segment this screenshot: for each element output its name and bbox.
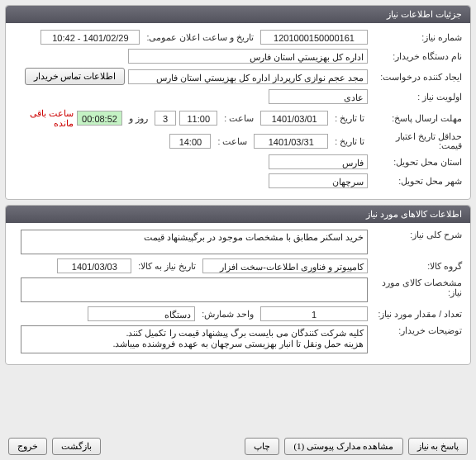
need-date-label: تاریخ نیاز به کالا: bbox=[135, 261, 199, 271]
goods-info-body: شرح کلی نیاز: خرید اسکنر مطابق با مشخصات… bbox=[6, 223, 470, 364]
buyer-org-value: اداره کل بهزيستي استان فارس bbox=[128, 49, 368, 64]
time-label-1: ساعت : bbox=[221, 113, 257, 123]
priority-label: اولویت نیاز : bbox=[371, 92, 462, 102]
group-label: گروه کالا: bbox=[371, 261, 462, 271]
exit-button[interactable]: خروج bbox=[8, 438, 47, 455]
remaining-label: ساعت باقی مانده bbox=[14, 108, 74, 128]
delivery-province-value: فارس bbox=[269, 154, 368, 169]
goods-info-panel: اطلاعات کالاهای مورد نیاز شرح کلی نیاز: … bbox=[5, 205, 471, 365]
need-info-header: جزئیات اطلاعات نیاز bbox=[6, 6, 470, 23]
need-info-body: شماره نیاز: 1201000150000161 تاریخ و ساع… bbox=[6, 23, 470, 199]
qty-label: تعداد / مقدار مورد نیاز: bbox=[371, 309, 462, 319]
buyer-org-label: نام دستگاه خریدار: bbox=[371, 51, 462, 61]
delivery-city-label: شهر محل تحویل: bbox=[371, 176, 462, 186]
goods-info-header: اطلاعات کالاهای مورد نیاز bbox=[6, 206, 470, 223]
deadline-label: مهلت ارسال پاسخ: bbox=[371, 113, 462, 123]
reply-button[interactable]: پاسخ به نیاز bbox=[408, 438, 469, 455]
public-datetime-label: تاریخ و ساعت اعلان عمومی: bbox=[143, 32, 257, 42]
day-and-label: روز و bbox=[126, 113, 151, 123]
requester-value: مجد عجم نوازی کارپرداز اداره کل بهزيستي … bbox=[128, 69, 368, 84]
validity-time-value: 14:00 bbox=[169, 134, 211, 149]
priority-value: عادی bbox=[269, 89, 368, 104]
qty-value: 1 bbox=[260, 306, 368, 321]
back-button[interactable]: بازگشت bbox=[52, 438, 101, 455]
deadline-date-value: 1401/03/01 bbox=[260, 111, 328, 126]
need-number-label: شماره نیاز: bbox=[371, 32, 462, 42]
days-value: 3 bbox=[155, 111, 176, 126]
attachments-button[interactable]: مشاهده مدارک پیوستی (1) bbox=[284, 438, 402, 455]
spec-value bbox=[21, 277, 368, 302]
desc-label: شرح کلی نیاز: bbox=[371, 230, 462, 239]
validity-date-value: 1401/03/31 bbox=[254, 134, 328, 149]
requester-label: ایجاد کننده درخواست: bbox=[371, 72, 462, 82]
unit-label: واحد شمارش: bbox=[198, 309, 257, 319]
need-number-value: 1201000150000161 bbox=[260, 30, 368, 45]
time-label-2: ساعت : bbox=[214, 136, 250, 146]
delivery-city-value: سرچهان bbox=[269, 173, 368, 188]
buyer-notes-label: توضیحات خریدار: bbox=[371, 325, 462, 335]
to-date-label-1: تا تاریخ : bbox=[331, 113, 368, 123]
validity-label: حداقل تاریخ اعتبار قیمت: bbox=[371, 132, 462, 150]
buyer-notes-value: کلیه شرکت کنندگان می بایست برگ پیشنهاد ق… bbox=[21, 325, 368, 353]
countdown-value: 00:08:52 bbox=[77, 111, 122, 126]
deadline-time-value: 11:00 bbox=[179, 111, 217, 126]
footer-bar: پاسخ به نیاز مشاهده مدارک پیوستی (1) چاپ… bbox=[8, 438, 468, 455]
to-date-label-2: تا تاریخ : bbox=[331, 136, 368, 146]
unit-value: دستگاه bbox=[88, 306, 195, 321]
print-button[interactable]: چاپ bbox=[245, 438, 279, 455]
group-value: کامپیوتر و فناوری اطلاعات-سخت افزار bbox=[202, 258, 368, 273]
delivery-province-label: استان محل تحویل: bbox=[371, 157, 462, 167]
need-date-value: 1401/03/03 bbox=[57, 258, 131, 273]
footer-spacer bbox=[106, 438, 240, 455]
desc-value: خرید اسکنر مطابق با مشخصات موجود در برگپ… bbox=[21, 230, 368, 254]
buyer-contact-button[interactable]: اطلاعات تماس خریدار bbox=[25, 68, 126, 85]
spec-label: مشخصات کالای مورد نیاز: bbox=[371, 277, 462, 297]
need-info-panel: جزئیات اطلاعات نیاز شماره نیاز: 12010001… bbox=[5, 5, 471, 200]
public-datetime-value: 1401/02/29 - 10:42 bbox=[40, 30, 140, 45]
